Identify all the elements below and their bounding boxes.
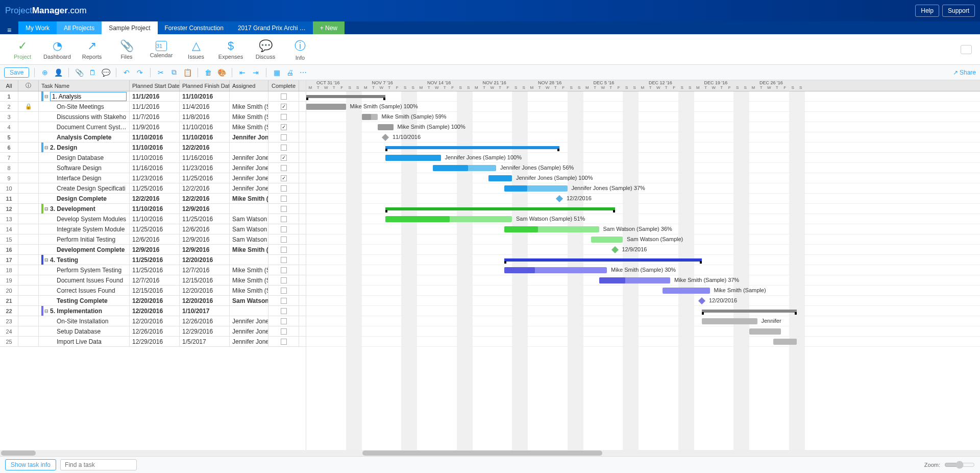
- nav-issues[interactable]: △Issues: [179, 35, 213, 64]
- hamburger-icon[interactable]: ≡: [0, 26, 18, 34]
- support-button[interactable]: Support: [942, 5, 975, 17]
- nav-dashboard[interactable]: ◔Dashboard: [40, 35, 75, 64]
- task-bar[interactable]: [702, 318, 757, 324]
- save-button[interactable]: Save: [4, 67, 29, 78]
- note-icon[interactable]: 🗒: [87, 67, 97, 78]
- complete-checkbox[interactable]: [281, 318, 287, 324]
- task-bar[interactable]: [773, 339, 797, 345]
- col-start[interactable]: Planned Start Date: [130, 80, 180, 91]
- find-task-input[interactable]: [60, 459, 137, 470]
- complete-checkbox[interactable]: [281, 175, 287, 181]
- tab-grand-prix[interactable]: 2017 Grand Prix Archi …: [231, 21, 313, 34]
- task-bar[interactable]: [663, 288, 710, 294]
- add-icon[interactable]: ⊕: [40, 67, 50, 78]
- task-row[interactable]: 9Interface Design11/23/201611/25/2016Jen…: [0, 173, 306, 183]
- complete-checkbox[interactable]: [281, 155, 287, 161]
- redo-icon[interactable]: ↷: [135, 67, 145, 78]
- task-row[interactable]: 1⊟11/1/201611/10/2016: [0, 91, 306, 102]
- complete-checkbox[interactable]: [281, 247, 287, 253]
- nav-info[interactable]: ⓘInfo: [283, 35, 317, 64]
- col-finish[interactable]: Planned Finish Date: [180, 80, 230, 91]
- nav-expenses[interactable]: $Expenses: [213, 35, 248, 64]
- summary-bar[interactable]: [702, 310, 797, 313]
- complete-checkbox[interactable]: [281, 298, 287, 304]
- task-row[interactable]: 13Develop System Modules11/10/201611/25/…: [0, 214, 306, 224]
- col-assigned[interactable]: Assigned: [230, 80, 268, 91]
- complete-checkbox[interactable]: [281, 288, 287, 294]
- task-row[interactable]: 2🔒On-Site Meetings11/1/201611/4/2016Mike…: [0, 102, 306, 112]
- complete-checkbox[interactable]: [281, 114, 287, 120]
- task-row[interactable]: 25Import Live Data12/29/20161/5/2017Jenn…: [0, 337, 306, 347]
- complete-checkbox[interactable]: [281, 328, 287, 335]
- copy-icon[interactable]: ⧉: [169, 67, 179, 78]
- summary-bar[interactable]: [385, 207, 615, 210]
- task-row[interactable]: 5Analysis Complete11/10/201611/10/2016Je…: [0, 132, 306, 143]
- complete-checkbox[interactable]: [281, 104, 287, 110]
- complete-checkbox[interactable]: [281, 145, 287, 151]
- task-row[interactable]: 16Development Complete12/9/201612/9/2016…: [0, 245, 306, 255]
- comment-icon[interactable]: 💬: [101, 67, 111, 78]
- complete-checkbox[interactable]: [281, 236, 287, 243]
- task-row[interactable]: 21Testing Complete12/20/201612/20/2016Sa…: [0, 296, 306, 306]
- col-complete[interactable]: Complete: [268, 80, 299, 91]
- col-all[interactable]: All: [0, 80, 18, 91]
- indent-icon[interactable]: ⇥: [251, 67, 261, 78]
- grid-scrollbar[interactable]: [1, 451, 36, 456]
- summary-bar[interactable]: [504, 258, 702, 262]
- col-task-name[interactable]: Task Name: [39, 80, 130, 91]
- nav-discuss[interactable]: 💬Discuss: [248, 35, 283, 64]
- columns-icon[interactable]: ▦: [272, 67, 282, 78]
- complete-checkbox[interactable]: [281, 267, 287, 273]
- tab-all-projects[interactable]: All Projects: [57, 21, 102, 34]
- complete-checkbox[interactable]: [281, 93, 287, 100]
- task-row[interactable]: 8Software Design11/16/201611/23/2016Jenn…: [0, 163, 306, 173]
- tab-sample-project[interactable]: Sample Project: [102, 21, 157, 34]
- complete-checkbox[interactable]: [281, 226, 287, 232]
- collapse-icon[interactable]: ⊟: [44, 257, 48, 263]
- complete-checkbox[interactable]: [281, 257, 287, 263]
- gantt-scrollbar[interactable]: [362, 451, 602, 456]
- collapse-icon[interactable]: ⊟: [44, 94, 48, 99]
- nav-calendar[interactable]: 31Calendar: [144, 35, 179, 64]
- nav-files[interactable]: 📎Files: [109, 35, 144, 64]
- nav-project[interactable]: ✓Project: [5, 35, 40, 64]
- task-bar[interactable]: [591, 236, 623, 243]
- task-row[interactable]: 12⊟3. Development11/10/201612/9/2016: [0, 204, 306, 214]
- complete-checkbox[interactable]: [281, 339, 287, 345]
- collapse-icon[interactable]: ⊟: [44, 145, 48, 150]
- task-row[interactable]: 20Correct Issues Found12/15/201612/20/20…: [0, 286, 306, 296]
- col-info-icon[interactable]: ⓘ: [18, 80, 39, 91]
- task-row[interactable]: 24Setup Database12/26/201612/29/2016Jenn…: [0, 326, 306, 337]
- summary-bar[interactable]: [306, 95, 385, 98]
- cut-icon[interactable]: ✂: [156, 67, 166, 78]
- user-icon[interactable]: 👤: [53, 67, 63, 78]
- complete-checkbox[interactable]: [281, 277, 287, 283]
- task-row[interactable]: 15Perform Initial Testing12/6/201612/9/2…: [0, 234, 306, 245]
- nav-reports[interactable]: ↗Reports: [75, 35, 109, 64]
- task-row[interactable]: 23On-Site Installation12/20/201612/26/20…: [0, 316, 306, 326]
- paste-icon[interactable]: 📋: [182, 67, 192, 78]
- print-icon[interactable]: 🖨: [285, 67, 295, 78]
- attach-icon[interactable]: 📎: [74, 67, 84, 78]
- complete-checkbox[interactable]: [281, 196, 287, 202]
- task-row[interactable]: 10Create Design Specificati11/25/201612/…: [0, 183, 306, 194]
- outdent-icon[interactable]: ⇤: [237, 67, 248, 78]
- complete-checkbox[interactable]: [281, 185, 287, 192]
- help-button[interactable]: Help: [915, 5, 939, 17]
- tab-forester[interactable]: Forester Construction: [158, 21, 231, 34]
- task-row[interactable]: 11Design Complete12/2/201612/2/2016Mike …: [0, 194, 306, 204]
- more-icon[interactable]: ⋯: [298, 67, 308, 78]
- task-row[interactable]: 6⊟2. Design11/10/201612/2/2016: [0, 143, 306, 153]
- undo-icon[interactable]: ↶: [121, 67, 132, 78]
- collapse-icon[interactable]: ⊟: [44, 309, 48, 314]
- complete-checkbox[interactable]: [281, 165, 287, 171]
- task-row[interactable]: 22⊟5. Implementation12/20/20161/10/2017: [0, 306, 306, 316]
- task-row[interactable]: 3Discussions with Stakeho11/7/201611/8/2…: [0, 112, 306, 122]
- task-row[interactable]: 14Integrate System Module11/25/201612/6/…: [0, 224, 306, 234]
- palette-icon[interactable]: 🎨: [216, 67, 227, 78]
- complete-checkbox[interactable]: [281, 124, 287, 130]
- tab-my-work[interactable]: My Work: [18, 21, 57, 34]
- complete-checkbox[interactable]: [281, 206, 287, 212]
- complete-checkbox[interactable]: [281, 308, 287, 314]
- zoom-slider[interactable]: [944, 461, 975, 469]
